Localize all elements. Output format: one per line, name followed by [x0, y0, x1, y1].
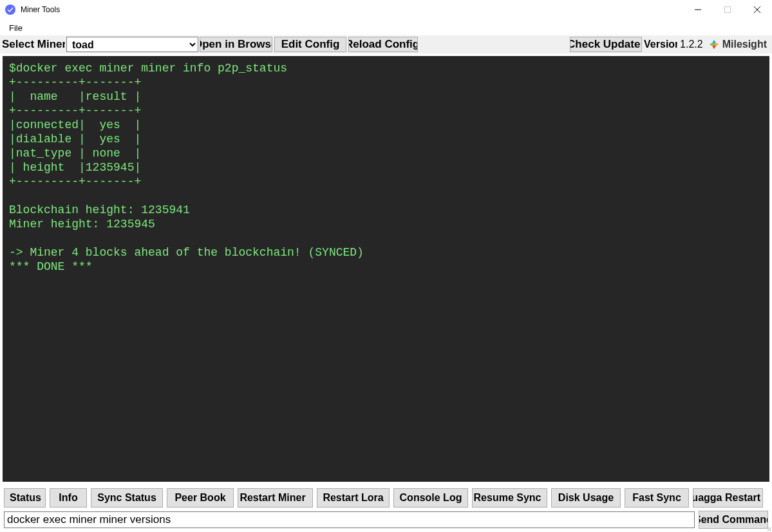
select-miner-label: Select Miner — [0, 38, 65, 51]
info-button[interactable]: Info — [50, 488, 87, 508]
resize-grip[interactable] — [762, 522, 771, 531]
window-title: Miner Tools — [21, 5, 60, 14]
reload-config-button[interactable]: Reload Config — [348, 37, 418, 52]
version-label: Version — [644, 39, 677, 50]
edit-config-button[interactable]: Edit Config — [274, 37, 346, 52]
restart-miner-button[interactable]: Restart Miner — [238, 488, 313, 508]
command-row: Send Command — [0, 511, 772, 532]
titlebar: Miner Tools — [0, 0, 772, 20]
status-button[interactable]: Status — [4, 488, 46, 508]
sync-status-button[interactable]: Sync Status — [91, 488, 163, 508]
quagga-restart-button[interactable]: Quagga Restart — [693, 488, 763, 508]
minimize-button[interactable] — [683, 0, 713, 19]
console-output[interactable]: $docker exec miner miner info p2p_status… — [3, 56, 769, 482]
menubar: File — [0, 20, 772, 35]
menu-file[interactable]: File — [5, 22, 26, 34]
command-input[interactable] — [4, 511, 695, 528]
restart-lora-button[interactable]: Restart Lora — [317, 488, 390, 508]
bottom-button-bar: Status Info Sync Status Peer Book Restar… — [0, 484, 772, 511]
fast-sync-button[interactable]: Fast Sync — [625, 488, 689, 508]
check-update-button[interactable]: Check Update — [570, 37, 642, 52]
brand-name: Milesight — [722, 39, 767, 50]
resume-sync-button[interactable]: Resume Sync — [472, 488, 547, 508]
toolbar: Select Miner toad Open in Browser Edit C… — [0, 35, 772, 53]
app-icon — [5, 5, 15, 15]
svg-rect-1 — [725, 7, 731, 13]
peer-book-button[interactable]: Peer Book — [167, 488, 234, 508]
miner-select[interactable]: toad — [66, 37, 198, 52]
disk-usage-button[interactable]: Disk Usage — [551, 488, 621, 508]
brand-logo: Milesight — [706, 39, 772, 50]
open-in-browser-button[interactable]: Open in Browser — [200, 37, 272, 52]
send-command-button[interactable]: Send Command — [699, 511, 768, 529]
console-log-button[interactable]: Console Log — [393, 488, 468, 508]
window-controls — [683, 0, 772, 19]
maximize-button[interactable] — [713, 0, 742, 19]
version-value: 1.2.2 — [677, 39, 706, 50]
close-button[interactable] — [742, 0, 772, 19]
